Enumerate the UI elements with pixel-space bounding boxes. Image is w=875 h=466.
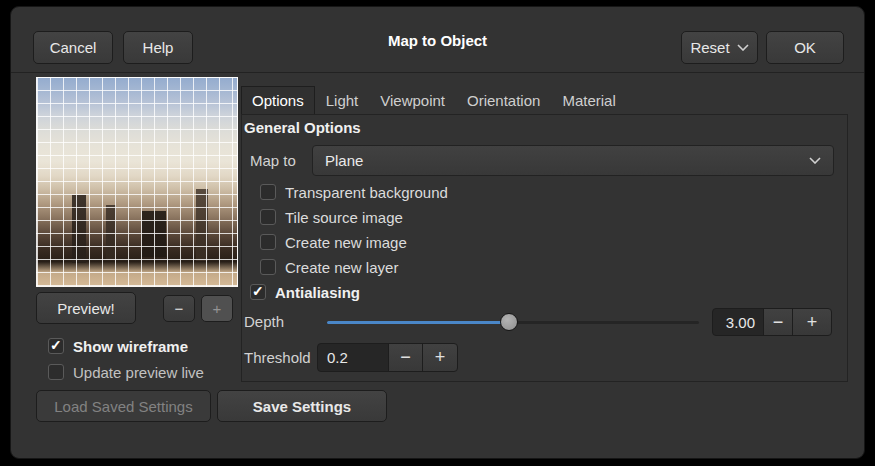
threshold-decrement-button[interactable]: − <box>388 343 423 372</box>
create-new-layer-option[interactable]: Create new layer <box>260 258 398 276</box>
depth-decrement-button[interactable]: − <box>763 308 793 336</box>
update-preview-live-option[interactable]: Update preview live <box>48 363 204 381</box>
tile-source-image-checkbox[interactable] <box>260 209 276 225</box>
map-to-label: Map to <box>250 145 296 176</box>
dialog-header: Cancel Help Map to Object Reset OK <box>11 7 864 73</box>
antialiasing-checkbox[interactable] <box>250 284 266 300</box>
depth-slider-handle[interactable] <box>500 313 518 331</box>
map-to-value: Plane <box>325 152 363 169</box>
notebook-tabs: Options Light Viewpoint Orientation Mate… <box>241 86 627 115</box>
tab-options[interactable]: Options <box>241 86 315 115</box>
general-options-frame: General Options Map to Plane Transparent… <box>241 114 848 382</box>
antialiasing-label: Antialiasing <box>275 284 360 301</box>
threshold-increment-button[interactable]: + <box>422 343 458 372</box>
reset-label: Reset <box>690 39 729 56</box>
save-settings-button[interactable]: Save Settings <box>217 390 387 422</box>
tab-light[interactable]: Light <box>315 86 370 115</box>
threshold-value-entry[interactable]: 0.2 <box>317 343 389 372</box>
tab-orientation[interactable]: Orientation <box>456 86 551 115</box>
depth-value-entry[interactable]: 3.00 <box>712 308 764 336</box>
tile-source-image-label: Tile source image <box>285 209 403 226</box>
ok-button[interactable]: OK <box>766 31 844 64</box>
create-new-image-checkbox[interactable] <box>260 234 276 250</box>
tile-source-image-option[interactable]: Tile source image <box>260 208 403 226</box>
create-new-image-option[interactable]: Create new image <box>260 233 407 251</box>
wireframe-grid <box>36 77 238 287</box>
update-preview-live-label: Update preview live <box>73 364 204 381</box>
tab-viewpoint[interactable]: Viewpoint <box>369 86 456 115</box>
transparent-background-checkbox[interactable] <box>260 184 276 200</box>
depth-label: Depth <box>244 308 284 336</box>
transparent-background-option[interactable]: Transparent background <box>260 183 448 201</box>
tab-material[interactable]: Material <box>551 86 626 115</box>
show-wireframe-label: Show wireframe <box>73 338 188 355</box>
zoom-in-button[interactable]: + <box>201 295 233 322</box>
update-preview-live-checkbox[interactable] <box>48 364 64 380</box>
map-to-object-dialog: Cancel Help Map to Object Reset OK Previ… <box>10 6 865 459</box>
depth-slider-fill <box>327 321 509 324</box>
reset-button[interactable]: Reset <box>681 31 758 64</box>
chevron-down-icon <box>737 44 749 51</box>
threshold-label: Threshold <box>244 343 311 372</box>
depth-increment-button[interactable]: + <box>792 308 832 336</box>
load-saved-settings-button[interactable]: Load Saved Settings <box>36 390 211 422</box>
preview-area[interactable] <box>36 77 238 287</box>
preview-button[interactable]: Preview! <box>36 292 136 324</box>
antialiasing-option[interactable]: Antialiasing <box>250 283 360 301</box>
map-to-dropdown[interactable]: Plane <box>312 145 834 176</box>
create-new-layer-checkbox[interactable] <box>260 259 276 275</box>
create-new-image-label: Create new image <box>285 234 407 251</box>
create-new-layer-label: Create new layer <box>285 259 398 276</box>
chevron-down-icon <box>809 157 821 164</box>
depth-slider[interactable] <box>327 308 699 336</box>
section-title: General Options <box>244 119 361 136</box>
transparent-background-label: Transparent background <box>285 184 448 201</box>
zoom-out-button[interactable]: − <box>163 295 195 322</box>
show-wireframe-option[interactable]: Show wireframe <box>48 337 188 355</box>
show-wireframe-checkbox[interactable] <box>48 338 64 354</box>
